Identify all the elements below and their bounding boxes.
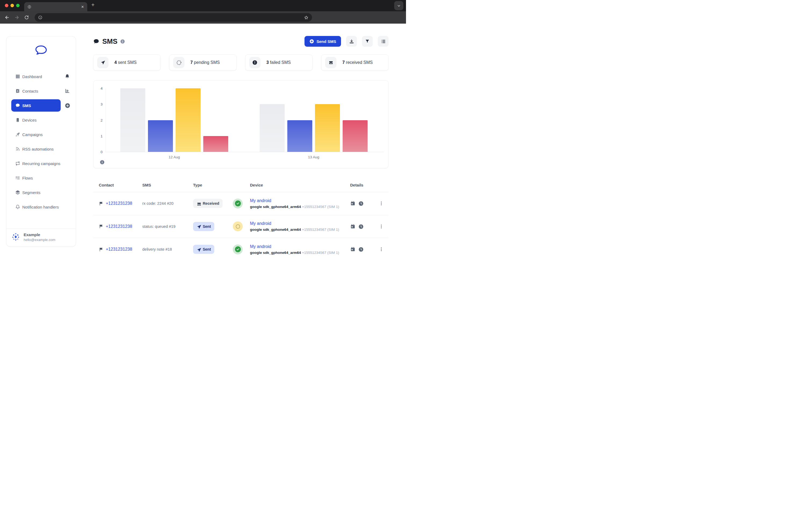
contact-cell: +1231231238 [99, 247, 142, 252]
new-tab-button[interactable]: + [91, 2, 94, 8]
device-link[interactable]: My android [250, 198, 350, 203]
x-category-label: 12 Aug [147, 155, 201, 159]
window-controls[interactable] [5, 4, 20, 7]
table-row: +1231231238 rx code: 2244 #20 Received M… [93, 192, 388, 215]
sidebar-item-rss-automations[interactable]: RSS automations [11, 143, 61, 155]
bookmark-star-icon[interactable] [304, 15, 309, 20]
info-icon[interactable] [120, 39, 125, 44]
user-email: hello@example.com [24, 238, 55, 242]
row-menu-kebab-icon[interactable] [379, 201, 384, 206]
calendar-icon[interactable] [350, 201, 355, 206]
clock-icon[interactable] [358, 201, 364, 206]
check-circle-icon [235, 201, 241, 206]
plus-circle-gray-icon[interactable] [65, 103, 70, 108]
flag-icon [99, 201, 104, 206]
tab-close-button[interactable]: ✕ [81, 5, 84, 9]
sidebar-item-notification-handlers[interactable]: Notification handlers [11, 201, 61, 213]
device-cell: My android google sdk_gphone64_arm64 +15… [250, 244, 350, 255]
row-menu-kebab-icon[interactable] [379, 247, 384, 252]
y-tick-label: 2 [93, 118, 103, 122]
contact-phone-link[interactable]: +1231231238 [106, 224, 132, 229]
bar-chart-icon[interactable] [65, 88, 70, 94]
stat-value: 7 [191, 60, 193, 65]
device-link[interactable]: My android [250, 221, 350, 226]
table-header: ContactSMSTypeDeviceDetails [93, 178, 388, 192]
sidebar: Dashboard Contacts SMS Devices Campaigns… [6, 36, 76, 247]
list-icon [381, 39, 386, 44]
forward-button[interactable] [14, 15, 20, 20]
browser-tabstrip: ✕ + [0, 0, 406, 11]
user-name: Example [24, 233, 55, 237]
stats-row: 4 sent SMS 7 pending SMS 3 failed SMS 7 … [93, 55, 388, 70]
calendar-icon[interactable] [350, 247, 355, 252]
details-cell [350, 247, 388, 252]
status-indicator [233, 199, 243, 209]
contact-phone-link[interactable]: +1231231238 [106, 201, 132, 206]
type-cell: Received [193, 199, 250, 208]
page-header: SMS Send SMS [93, 36, 388, 47]
contact-card-icon [15, 89, 20, 93]
sidebar-item-flows[interactable]: Flows [11, 172, 61, 184]
download-button[interactable] [346, 36, 357, 47]
details-cell [350, 201, 388, 206]
window-minimize-button[interactable] [10, 4, 14, 7]
user-account[interactable]: Example hello@example.com [6, 228, 76, 246]
filter-button[interactable] [362, 36, 373, 47]
stat-value: 7 [342, 60, 345, 65]
sidebar-item-segments[interactable]: Segments [11, 186, 61, 199]
send-sms-button[interactable]: Send SMS [304, 36, 341, 47]
clock-icon[interactable] [358, 224, 364, 229]
y-tick-label: 4 [93, 86, 103, 90]
rocket-icon [15, 132, 20, 137]
sidebar-item-contacts[interactable]: Contacts [11, 85, 61, 97]
sidebar-item-label: Segments [22, 190, 40, 195]
app-logo-speech-bubble-icon [34, 44, 48, 57]
sidebar-item-campaigns[interactable]: Campaigns [11, 128, 61, 141]
paper-plane-icon [197, 247, 201, 251]
x-category-label: 13 Aug [287, 155, 341, 159]
sidebar-item-recurring-campaigns[interactable]: Recurring campaigns [11, 157, 61, 170]
status-indicator [233, 221, 243, 231]
reload-button[interactable] [24, 15, 29, 20]
stat-label: received SMS [346, 60, 373, 65]
contact-cell: +1231231238 [99, 224, 142, 229]
chevron-down-icon [397, 4, 401, 8]
chat-bubble-icon [93, 38, 99, 44]
column-header-sms: SMS [142, 183, 193, 187]
contact-phone-link[interactable]: +1231231238 [106, 247, 132, 252]
type-badge: Received [193, 199, 223, 208]
tab-overview-button[interactable] [394, 1, 403, 10]
status-indicator [233, 244, 243, 254]
site-info-icon[interactable] [38, 15, 42, 20]
stat-card-failed-sms: 3 failed SMS [245, 55, 313, 70]
sidebar-item-label: RSS automations [22, 147, 54, 151]
y-tick-label: 3 [93, 102, 103, 106]
device-link[interactable]: My android [250, 244, 350, 249]
window-zoom-button[interactable] [16, 4, 20, 7]
sidebar-item-devices[interactable]: Devices [11, 114, 61, 126]
avatar [11, 232, 21, 242]
browser-tab[interactable]: ✕ [24, 2, 87, 11]
table-row: +1231231238 status: queued #19 Sent My a… [93, 215, 388, 238]
sidebar-item-label: SMS [22, 103, 31, 108]
address-bar[interactable] [35, 13, 312, 22]
column-header-contact: Contact [99, 183, 142, 187]
window-close-button[interactable] [5, 4, 8, 7]
pending-spinner-icon [236, 224, 240, 228]
row-menu-kebab-icon[interactable] [379, 224, 384, 229]
contact-cell: +1231231238 [99, 201, 142, 206]
list-view-button[interactable] [378, 36, 388, 47]
main-content: SMS Send SMS [93, 24, 388, 260]
back-button[interactable] [4, 15, 10, 20]
filter-funnel-icon [365, 39, 370, 44]
bell-filled-icon[interactable] [65, 74, 70, 79]
chart-info-icon[interactable] [100, 160, 105, 164]
sidebar-item-sms[interactable]: SMS [11, 99, 61, 112]
clock-icon[interactable] [358, 247, 364, 252]
browser-toolbar [0, 11, 406, 24]
sidebar-item-dashboard[interactable]: Dashboard [11, 70, 61, 83]
type-cell: Sent [193, 222, 250, 231]
sidebar-item-label: Flows [22, 176, 33, 180]
sidebar-item-label: Dashboard [22, 74, 42, 79]
calendar-icon[interactable] [350, 224, 355, 229]
